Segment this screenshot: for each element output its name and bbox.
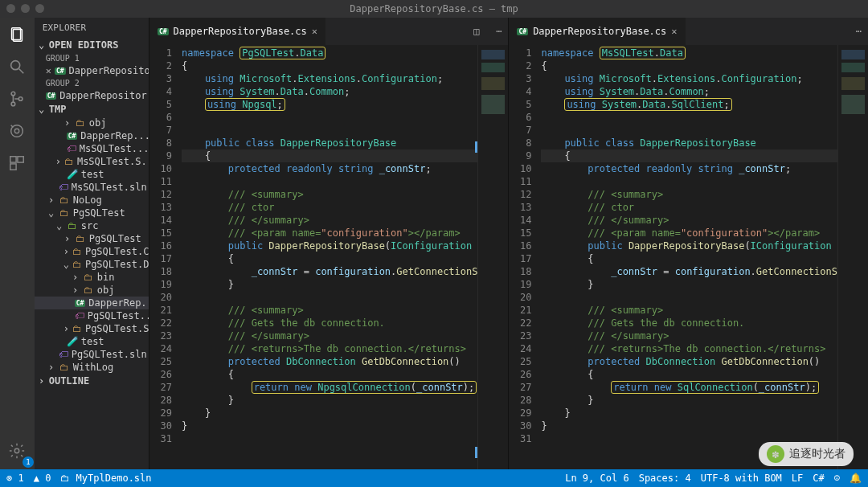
tree-item-label: test [81,169,104,180]
svg-rect-11 [18,157,23,162]
tree-item[interactable]: 🏷MsSQLTest.sln [35,181,149,194]
tree-item[interactable]: ›🗀PgSQLTest [35,232,149,245]
tree-item[interactable]: ›🗀obj [35,284,149,297]
group-1-label: GROUP 1 [35,52,149,64]
tree-item-label: PgSQLTest.C... [85,246,149,257]
tree-item[interactable]: 🏷PgSQLTest.... [35,309,149,322]
debug-icon[interactable] [6,121,27,141]
tree-item-label: DapperRep... [80,130,149,141]
svg-point-5 [11,102,15,106]
minimap[interactable] [837,45,868,469]
group-2-label: GROUP 2 [35,77,149,89]
svg-point-2 [11,61,20,70]
tree-item-label: bin [97,272,115,283]
tree-item[interactable]: ⌄🗀src [35,219,149,232]
tab-bar: C#DapperRepositoryBase.cs✕◫⋯ [149,18,509,45]
tree-item-label: NoLog [73,194,102,206]
tree-item[interactable]: 🧪test [35,168,149,181]
tmp-header[interactable]: ⌄TMP [35,102,149,117]
open-editors-header[interactable]: ⌄OPEN EDITORS [35,38,149,52]
status-cursor[interactable]: Ln 9, Col 6 [565,473,628,484]
line-gutter: 1234567891011121314151617181920212223242… [509,45,538,469]
window-title: DapperRepositoryBase.cs — tmp [350,3,518,14]
status-notifications[interactable]: 🔔 [850,473,862,484]
close-icon[interactable]: ✕ [671,26,677,37]
svg-point-4 [11,92,15,96]
explorer-icon[interactable] [6,24,27,45]
tab-label: DapperRepositoryBase.cs [533,26,666,37]
split-editor-icon[interactable]: ◫ [473,26,479,37]
tree-item[interactable]: C#DapperRep... [35,297,149,309]
status-feedback[interactable]: ☺ [834,473,840,484]
tree-item[interactable]: ›🗀PgSQLTest.C... [35,245,149,258]
tree-item-label: PgSQLTest.S... [85,323,149,334]
tree-item-label: obj [97,284,115,296]
search-icon[interactable] [6,56,27,77]
line-gutter: 1234567891011121314151617181920212223242… [149,45,178,469]
status-lang[interactable]: C# [813,473,824,484]
tree-item-label: obj [89,117,107,129]
minimap[interactable] [477,45,508,469]
svg-line-3 [19,69,24,74]
tree-item[interactable]: ›🗀NoLog [35,194,149,207]
tree-item-label: DapperRep... [88,297,149,309]
tree-item-label: PgSQLTest.sln [72,349,147,360]
svg-point-8 [15,129,20,133]
wechat-watermark: ✽ 追逐时光者 [759,442,854,466]
explorer-sidebar: EXPLORER ⌄OPEN EDITORS GROUP 1 ✕C#Dapper… [35,18,149,469]
status-project[interactable]: 🗀 MyTplDemo.sln [60,473,151,484]
tree-item[interactable]: 🧪test [35,335,149,348]
activity-bar [0,18,35,469]
tree-item[interactable]: ⌄🗀PgSQLTest [35,207,149,219]
sidebar-title: EXPLORER [35,18,149,38]
svg-rect-12 [10,164,16,170]
open-editor-1[interactable]: ✕C#DapperRepositor... [35,64,149,77]
tree-item[interactable]: ⌄🗀PgSQLTest.D... [35,258,149,271]
editor-pane: C#DapperRepositoryBase.cs✕⋯1234567891011… [508,18,868,469]
close-icon[interactable]: ✕ [312,26,317,37]
tree-item[interactable]: 🏷PgSQLTest.sln [35,348,149,361]
code-lines[interactable]: namespace MsSQLTest.Data{ using Microsof… [538,45,837,469]
outline-header[interactable]: ›OUTLINE [35,374,149,388]
more-actions-icon[interactable]: ⋯ [496,26,502,37]
editor-tab[interactable]: C#DapperRepositoryBase.cs✕ [509,18,686,45]
status-encoding[interactable]: UTF-8 with BOM [701,473,782,484]
wechat-icon: ✽ [767,445,784,463]
tree-item[interactable]: ›🗀PgSQLTest.S... [35,322,149,335]
tree-item[interactable]: C#DapperRep... [35,129,149,142]
editor-split: C#DapperRepositoryBase.cs✕◫⋯123456789101… [149,18,868,469]
svg-point-13 [15,448,20,453]
editor-tab[interactable]: C#DapperRepositoryBase.cs✕ [149,18,326,45]
open-editor-2[interactable]: C#DapperRepositor... [35,89,149,102]
code-lines[interactable]: namespace PgSQLTest.Data{ using Microsof… [178,45,478,469]
status-errors[interactable]: ⊗ 1 [6,473,24,484]
code-area[interactable]: 1234567891011121314151617181920212223242… [509,45,868,469]
tree-item-label: MsSQLTest.S... [77,156,149,167]
extensions-icon[interactable] [6,153,27,174]
status-eol[interactable]: LF [792,473,803,484]
svg-rect-10 [10,157,16,162]
more-actions-icon[interactable]: ⋯ [856,26,862,37]
tree-item-label: MsSQLTest.sln [72,182,147,193]
tree-item[interactable]: ›🗀WithLog [35,361,149,374]
traffic-lights[interactable] [6,4,44,13]
code-area[interactable]: 1234567891011121314151617181920212223242… [149,45,509,469]
source-control-icon[interactable] [6,88,27,109]
tab-label: DapperRepositoryBase.cs [174,26,307,37]
tree-item[interactable]: ›🗀MsSQLTest.S... [35,155,149,168]
status-warnings[interactable]: ▲ 0 [34,473,51,484]
file-tree: ›🗀objC#DapperRep...🏷MsSQLTest....›🗀MsSQL… [35,117,149,374]
tree-item-label: PgSQLTest.... [88,310,149,321]
svg-point-6 [19,97,23,101]
tab-bar: C#DapperRepositoryBase.cs✕⋯ [509,18,868,45]
window-titlebar: DapperRepositoryBase.cs — tmp [0,0,868,18]
tree-item[interactable]: 🏷MsSQLTest.... [35,142,149,155]
tree-item-label: PgSQLTest [89,233,141,244]
tree-item[interactable]: ›🗀bin [35,271,149,284]
tree-item[interactable]: ›🗀obj [35,117,149,129]
editor-pane: C#DapperRepositoryBase.cs✕◫⋯123456789101… [149,18,509,469]
tree-item-label: src [81,220,99,231]
status-bar: ⊗ 1 ▲ 0 🗀 MyTplDemo.sln Ln 9, Col 6 Spac… [0,469,868,487]
tree-item-label: test [81,336,104,347]
status-spaces[interactable]: Spaces: 4 [639,473,691,484]
